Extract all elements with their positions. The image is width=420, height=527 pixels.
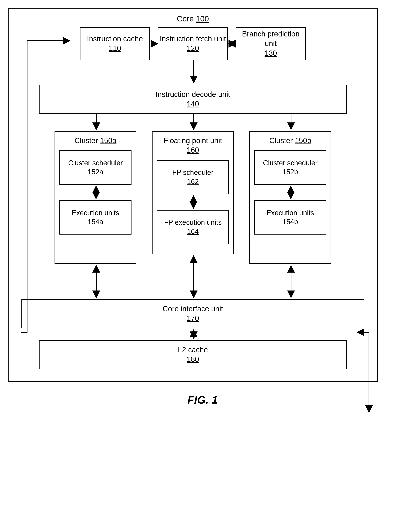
box-icache: Instruction cache 110 [80,27,150,60]
fp-num: 160 [187,146,199,154]
ifetch-label: Instruction fetch unit [160,34,226,44]
spacer-2 [16,114,369,132]
cluster-b-title: Cluster 150b [269,136,311,145]
box-decode: Instruction decode unit 140 [39,85,347,114]
arrow-ifetch-to-decode [16,60,387,85]
spacer-4 [16,328,369,340]
box-fp-sched: FP scheduler 162 [157,160,229,194]
fp-inner-spacer [158,194,228,210]
arrow-cluster-b-inner [255,185,337,200]
box-cluster-a-sched: Cluster scheduler 152a [59,150,131,185]
row-top: Instruction cache 110 Instruction fetch … [16,27,369,60]
box-fp-exec: FP execution units 164 [157,210,229,244]
core-title-num: 100 [196,14,209,23]
cluster-a-label: Cluster [74,136,98,145]
cluster-b-exec-num: 154b [283,217,298,227]
box-l2: L2 cache 180 [39,340,347,369]
ciu-label: Core interface unit [163,304,223,314]
cluster-a-title: Cluster 150a [74,136,116,145]
box-cluster-a-exec: Execution units 154a [59,200,131,235]
ciu-num: 170 [187,314,199,323]
cluster-b-sched-num: 152b [283,167,298,177]
decode-num: 140 [187,99,199,109]
l2-label: L2 cache [178,345,208,355]
fp-title: Floating point unit 160 [158,136,228,155]
box-bpred: Branch prediction unit 130 [236,27,306,60]
box-cluster-a: Cluster 150a Cluster scheduler 152a Exec… [54,132,136,264]
icache-label: Instruction cache [87,34,143,44]
ifetch-num: 120 [187,44,199,53]
cluster-a-inner-spacer [60,185,131,200]
box-cluster-b-exec: Execution units 154b [254,200,326,235]
fp-exec-label: FP execution units [164,218,222,227]
box-cluster-b: Cluster 150b Cluster scheduler 152b Exec… [249,132,331,264]
core-outer-box: Core 100 Instruction cache 110 Instructi… [8,8,378,382]
core-title: Core 100 [16,14,369,23]
bpred-num: 130 [264,49,277,58]
box-fp: Floating point unit 160 FP scheduler 162… [152,132,234,254]
cluster-a-sched-label: Cluster scheduler [68,158,123,168]
cluster-b-exec-label: Execution units [266,209,314,218]
cluster-a-num: 150a [100,136,116,145]
box-ciu: Core interface unit 170 [21,299,364,328]
l2-num: 180 [187,355,199,364]
spacer-1 [16,60,369,85]
spacer-3 [16,264,369,299]
icache-num: 110 [109,44,121,53]
bpred-label: Branch prediction unit [236,29,305,49]
row-clusters: Cluster 150a Cluster scheduler 152a Exec… [16,132,369,264]
box-ifetch: Instruction fetch unit 120 [158,27,228,60]
cluster-a-exec-label: Execution units [72,209,119,218]
arrow-fp-inner [158,194,239,210]
fp-exec-num: 164 [187,227,199,236]
core-title-text: Core [177,14,194,23]
figure-label: FIG. 1 [8,394,397,406]
arrows-clusters-to-ciu [16,264,387,299]
fp-label: Floating point unit [164,136,222,145]
arrow-ciu-to-l2 [16,328,387,340]
fp-sched-num: 162 [187,177,199,187]
cluster-a-sched-num: 152a [88,167,103,177]
arrow-cluster-a-inner [60,185,142,200]
cluster-b-inner-spacer [255,185,326,200]
cluster-b-num: 150b [295,136,311,145]
decode-label: Instruction decode unit [156,90,230,99]
fp-sched-label: FP scheduler [172,168,213,177]
cluster-a-exec-num: 154a [88,217,103,227]
box-cluster-b-sched: Cluster scheduler 152b [254,150,326,185]
arrows-decode-to-clusters [16,114,387,132]
cluster-b-label: Cluster [269,136,293,145]
cluster-b-sched-label: Cluster scheduler [263,158,317,168]
